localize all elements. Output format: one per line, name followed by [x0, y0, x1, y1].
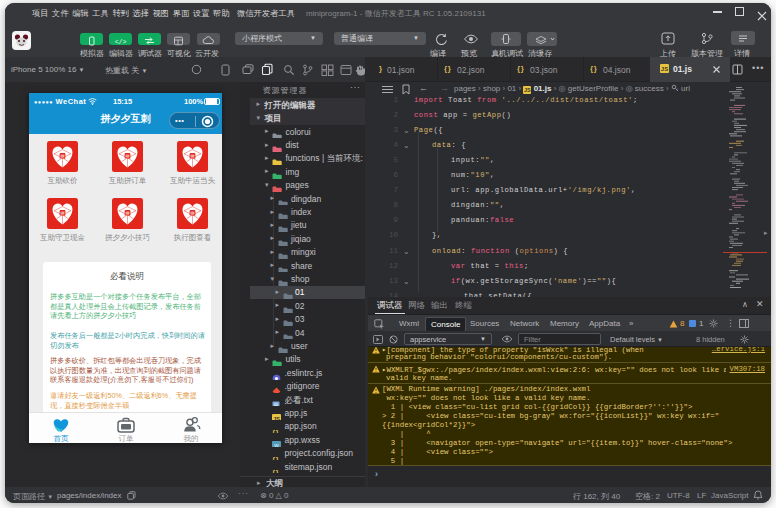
svg-text:拼: 拼 — [125, 211, 130, 216]
svg-text:拼: 拼 — [190, 154, 195, 159]
svg-text:拼: 拼 — [60, 211, 65, 216]
svg-text:</>: </> — [115, 39, 127, 46]
svg-text:拼: 拼 — [60, 154, 65, 159]
svg-text:拼: 拼 — [125, 154, 130, 159]
svg-text:拼: 拼 — [190, 211, 195, 216]
